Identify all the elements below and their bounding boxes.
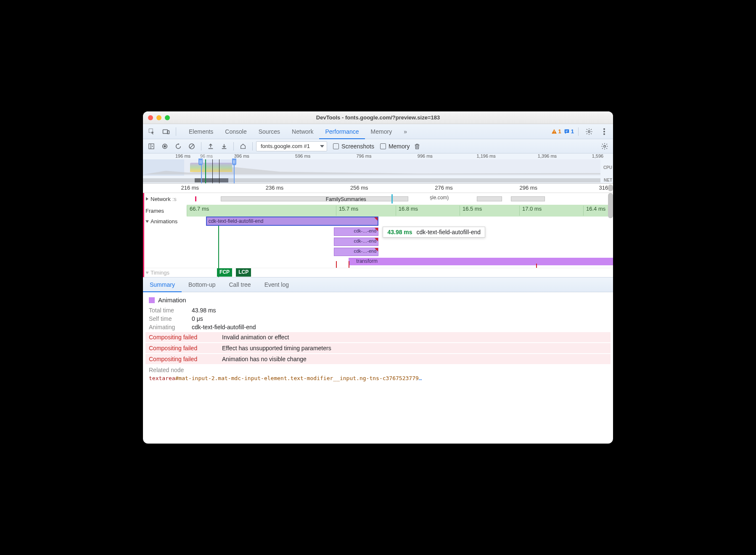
- tab-overflow[interactable]: »: [398, 124, 413, 139]
- scrollbar-thumb[interactable]: [608, 185, 613, 191]
- svg-rect-6: [566, 132, 567, 132]
- compositing-failure-tick: [536, 264, 537, 268]
- svg-point-14: [164, 145, 166, 147]
- animation-event-selected[interactable]: cdk-text-field-autofill-end: [206, 217, 379, 226]
- kebab-menu-icon[interactable]: [598, 125, 611, 138]
- frame-duration: 16.8 ms: [399, 206, 418, 212]
- svg-point-10: [603, 133, 605, 135]
- network-request[interactable]: FamilySummaries: [221, 196, 408, 201]
- tab-bottom-up[interactable]: Bottom-up: [182, 277, 222, 292]
- issues-count: 1: [571, 128, 574, 135]
- timing-marker-line: [205, 159, 206, 183]
- kv-key: Total time: [149, 307, 187, 314]
- track-label: Animations: [151, 218, 177, 225]
- category-swatch: [149, 297, 155, 303]
- compositing-failure-tick: [349, 261, 349, 268]
- upload-icon[interactable]: [205, 140, 217, 152]
- compositing-failure-row: Compositing failed Invalid animation or …: [145, 332, 611, 342]
- ruler-tick: 276 ms: [435, 185, 453, 191]
- reload-record-icon[interactable]: [172, 140, 184, 152]
- network-request[interactable]: [477, 196, 502, 201]
- tab-elements[interactable]: Elements: [183, 124, 219, 139]
- lcp-marker[interactable]: LCP: [236, 268, 251, 277]
- tab-event-log[interactable]: Event log: [258, 277, 296, 292]
- tab-network[interactable]: Network: [286, 124, 319, 139]
- inspect-element-icon[interactable]: [145, 125, 158, 138]
- chevron-down-icon: [145, 220, 149, 223]
- animation-event[interactable]: cdk-…-end: [334, 227, 378, 236]
- close-window-icon[interactable]: [148, 115, 153, 120]
- overview-selection[interactable]: [201, 159, 235, 183]
- ruler-tick: 256 ms: [350, 185, 368, 191]
- network-track[interactable]: Network :s FamilySummaries ṣle.com): [143, 193, 613, 205]
- home-icon[interactable]: [237, 140, 249, 152]
- main-tab-bar: Elements Console Sources Network Perform…: [143, 124, 613, 139]
- overview-tick: 1,396 ms: [538, 153, 557, 159]
- kv-key: Self time: [149, 315, 187, 322]
- svg-point-19: [604, 145, 606, 147]
- flame-chart[interactable]: Network :s FamilySummaries ṣle.com) Fram…: [143, 193, 613, 277]
- tab-summary[interactable]: Summary: [143, 277, 182, 292]
- devtools-window: DevTools - fonts.google.com/?preview.siz…: [143, 111, 613, 444]
- ruler-tick: 296 ms: [519, 185, 537, 191]
- ruler-tick: 236 ms: [266, 185, 284, 191]
- cpu-label: CPU: [603, 165, 612, 170]
- overview-timeline[interactable]: 196 ms 96 ms 396 ms 596 ms 796 ms 996 ms…: [143, 153, 613, 184]
- warnings-badge[interactable]: 1: [551, 128, 561, 135]
- performance-toolbar: fonts.google.com #1 Screenshots Memory: [143, 139, 613, 153]
- toggle-drawer-icon[interactable]: [145, 140, 157, 152]
- memory-checkbox[interactable]: Memory: [380, 143, 410, 150]
- svg-point-9: [603, 131, 605, 132]
- fcp-marker[interactable]: FCP: [217, 268, 232, 277]
- animations-track[interactable]: Animations cdk-text-field-autofill-end c…: [143, 217, 613, 268]
- record-icon[interactable]: [159, 140, 171, 152]
- collect-garbage-icon[interactable]: [411, 140, 423, 152]
- tab-call-tree[interactable]: Call tree: [222, 277, 258, 292]
- recording-selector[interactable]: fonts.google.com #1: [256, 141, 327, 151]
- compositing-failure-row: Compositing failed Animation has no visi…: [145, 354, 611, 364]
- animation-name: cdk-text-field-autofill-end: [209, 218, 264, 224]
- overview-marker: [212, 159, 213, 183]
- network-request[interactable]: [511, 196, 545, 201]
- zoom-window-icon[interactable]: [165, 115, 170, 120]
- tab-console[interactable]: Console: [219, 124, 252, 139]
- network-request[interactable]: [195, 196, 196, 201]
- settings-icon[interactable]: [583, 125, 595, 138]
- failure-key: Compositing failed: [149, 345, 216, 352]
- track-label: Timings: [151, 270, 169, 276]
- capture-settings-icon[interactable]: [599, 140, 611, 152]
- device-toolbar-icon[interactable]: [160, 125, 172, 138]
- selection-handle-left[interactable]: [198, 159, 203, 165]
- window-title: DevTools - fonts.google.com/?preview.siz…: [143, 114, 613, 121]
- timings-track[interactable]: Timings FCP LCP: [143, 268, 613, 277]
- issues-badge[interactable]: 1: [564, 128, 574, 135]
- track-label: Frames: [145, 208, 164, 214]
- scrollbar-thumb[interactable]: [608, 193, 613, 218]
- frame-duration: 17.0 ms: [522, 206, 542, 212]
- frames-track[interactable]: Frames 66.7 ms 15.7 ms 16.8 ms 16.5 ms 1…: [143, 205, 613, 217]
- related-node-link[interactable]: textarea#mat-input-2.mat-mdc-input-eleme…: [149, 375, 607, 381]
- tab-sources[interactable]: Sources: [253, 124, 286, 139]
- svg-rect-5: [566, 130, 568, 131]
- chevron-down-icon: [320, 145, 324, 148]
- flame-ruler[interactable]: 216 ms 236 ms 256 ms 276 ms 296 ms 316 m…: [143, 184, 613, 193]
- screenshots-checkbox[interactable]: Screenshots: [333, 143, 374, 150]
- overview-marker: [219, 159, 219, 183]
- tab-memory[interactable]: Memory: [365, 124, 398, 139]
- kv-value: 0 μs: [192, 315, 203, 322]
- download-icon[interactable]: [218, 140, 230, 152]
- tab-performance[interactable]: Performance: [319, 124, 365, 139]
- overview-tick: 396 ms: [234, 153, 249, 159]
- overview-tick: 96 ms: [200, 153, 213, 159]
- animation-event[interactable]: cdk-…-end: [334, 238, 378, 246]
- overview-tick: 1,196 ms: [477, 153, 496, 159]
- minimize-window-icon[interactable]: [156, 115, 161, 120]
- animation-event[interactable]: cdk-…-end: [334, 248, 378, 256]
- network-clip2: ṣle.com): [430, 195, 449, 201]
- overview-tick: 596 ms: [295, 153, 310, 159]
- clear-icon[interactable]: [186, 140, 198, 152]
- svg-line-16: [190, 145, 193, 148]
- transform-event[interactable]: transform: [349, 258, 613, 265]
- track-label: Network: [151, 196, 171, 202]
- selection-handle-right[interactable]: [232, 159, 236, 165]
